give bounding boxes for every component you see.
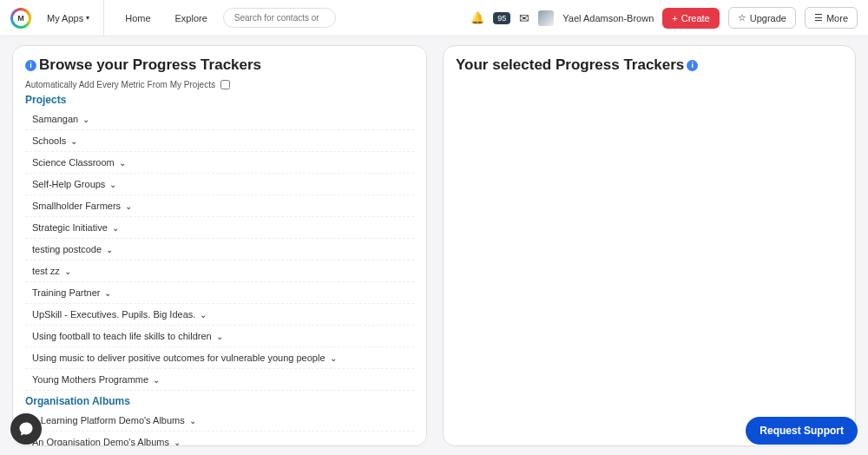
- nav-my-apps[interactable]: My Apps ▾: [38, 0, 104, 36]
- list-icon: ☰: [814, 12, 823, 23]
- project-item-label: Strategic Initiative: [32, 222, 108, 233]
- project-item-label: testing postcode: [32, 244, 102, 254]
- nav-explore[interactable]: Explore: [167, 0, 216, 36]
- project-item[interactable]: Schools⌄: [25, 130, 414, 152]
- project-item-label: Using football to teach life skills to c…: [32, 331, 212, 341]
- bell-icon[interactable]: 🔔: [470, 11, 484, 24]
- chat-bubble[interactable]: [10, 413, 42, 445]
- chevron-down-icon: ⌄: [109, 180, 116, 189]
- chevron-down-icon: ⌄: [153, 375, 160, 385]
- chat-icon: [18, 421, 34, 437]
- project-item[interactable]: Using football to teach life skills to c…: [25, 326, 414, 347]
- chevron-down-icon: ⌄: [82, 115, 89, 124]
- org-albums-list: A Learning Platform Demo's Albums⌄An Org…: [25, 410, 414, 446]
- create-label: Create: [681, 13, 710, 23]
- project-item[interactable]: testing postcode⌄: [25, 239, 414, 260]
- projects-list: Samangan⌄Schools⌄Science Classroom⌄Self-…: [25, 109, 414, 391]
- notification-badge[interactable]: 95: [493, 12, 510, 24]
- project-item[interactable]: Training Partner⌄: [25, 282, 414, 304]
- auto-add-row[interactable]: Automatically Add Every Metric From My P…: [25, 80, 414, 89]
- nav-my-apps-label: My Apps: [47, 13, 83, 23]
- chevron-down-icon: ⌄: [330, 353, 337, 363]
- browse-panel: i Browse your Progress Trackers Automati…: [12, 45, 427, 446]
- org-album-item[interactable]: An Organisation Demo's Albums⌄: [25, 432, 414, 446]
- upgrade-label: Upgrade: [750, 13, 786, 23]
- project-item[interactable]: UpSkill - Executives. Pupils. Big Ideas.…: [25, 304, 414, 326]
- project-item-label: Using music to deliver positive outcomes…: [32, 353, 326, 363]
- chevron-down-icon: ⌄: [216, 332, 223, 341]
- projects-header: Projects: [25, 94, 414, 106]
- project-item[interactable]: Smallholder Farmers⌄: [25, 195, 414, 217]
- auto-add-checkbox[interactable]: [220, 80, 230, 89]
- selected-title-text: Your selected Progress Trackers: [456, 56, 684, 74]
- selected-panel-title: Your selected Progress Trackers i: [456, 56, 843, 74]
- chevron-down-icon: ⌄: [200, 310, 207, 320]
- info-icon[interactable]: i: [25, 60, 36, 71]
- org-album-item[interactable]: A Learning Platform Demo's Albums⌄: [25, 410, 414, 432]
- chevron-down-icon: ⌄: [64, 267, 71, 276]
- project-item-label: Science Classroom: [32, 157, 115, 168]
- chevron-down-icon: ⌄: [106, 245, 113, 254]
- chevron-down-icon: ⌄: [125, 201, 132, 211]
- chevron-down-icon: ⌄: [112, 223, 119, 233]
- project-item[interactable]: test zz⌄: [25, 260, 414, 282]
- project-item[interactable]: Self-Help Groups⌄: [25, 174, 414, 195]
- envelope-icon[interactable]: ✉: [519, 11, 529, 25]
- more-label: More: [826, 13, 848, 23]
- org-album-item-label: A Learning Platform Demo's Albums: [32, 415, 185, 425]
- project-item-label: test zz: [32, 266, 60, 276]
- upgrade-button[interactable]: ☆ Upgrade: [728, 7, 796, 29]
- content-area: i Browse your Progress Trackers Automati…: [0, 36, 868, 455]
- star-icon: ☆: [738, 12, 746, 23]
- project-item-label: Self-Help Groups: [32, 179, 105, 189]
- project-item-label: Young Mothers Programme: [32, 374, 148, 385]
- nav-home[interactable]: Home: [116, 0, 159, 36]
- project-item-label: Schools: [32, 135, 66, 146]
- username-label[interactable]: Yael Adamson-Brown: [562, 13, 654, 23]
- selected-panel: Your selected Progress Trackers i: [443, 45, 856, 446]
- browse-title-text: Browse your Progress Trackers: [39, 56, 261, 74]
- project-item-label: UpSkill - Executives. Pupils. Big Ideas.: [32, 309, 195, 320]
- project-item-label: Training Partner: [32, 287, 100, 298]
- topbar-right: 🔔 95 ✉ Yael Adamson-Brown + Create ☆ Upg…: [470, 7, 858, 29]
- chevron-down-icon: ⌄: [189, 416, 196, 425]
- chevron-down-icon: ⌄: [70, 136, 77, 146]
- plus-icon: +: [672, 13, 677, 23]
- project-item[interactable]: Young Mothers Programme⌄: [25, 369, 414, 391]
- logo[interactable]: [10, 8, 31, 29]
- project-item[interactable]: Science Classroom⌄: [25, 152, 414, 174]
- topbar: My Apps ▾ Home Explore 🔔 95 ✉ Yael Adams…: [0, 0, 868, 36]
- project-item[interactable]: Samangan⌄: [25, 109, 414, 130]
- chevron-down-icon: ⌄: [119, 158, 126, 168]
- avatar[interactable]: [538, 10, 554, 26]
- auto-add-label: Automatically Add Every Metric From My P…: [25, 80, 215, 89]
- info-icon[interactable]: i: [687, 60, 698, 71]
- chevron-down-icon: ▾: [86, 14, 89, 22]
- browse-panel-title: i Browse your Progress Trackers: [25, 56, 414, 74]
- project-item-label: Samangan: [32, 114, 78, 124]
- project-item[interactable]: Strategic Initiative⌄: [25, 217, 414, 239]
- search-input[interactable]: [223, 8, 336, 28]
- project-item-label: Smallholder Farmers: [32, 201, 121, 211]
- org-album-item-label: An Organisation Demo's Albums: [32, 437, 169, 446]
- org-albums-header: Organisation Albums: [25, 395, 414, 407]
- chevron-down-icon: ⌄: [174, 438, 181, 447]
- create-button[interactable]: + Create: [662, 8, 719, 29]
- more-button[interactable]: ☰ More: [805, 7, 858, 29]
- chevron-down-icon: ⌄: [104, 288, 111, 298]
- project-item[interactable]: Using music to deliver positive outcomes…: [25, 347, 414, 369]
- request-support-button[interactable]: Request Support: [746, 417, 858, 445]
